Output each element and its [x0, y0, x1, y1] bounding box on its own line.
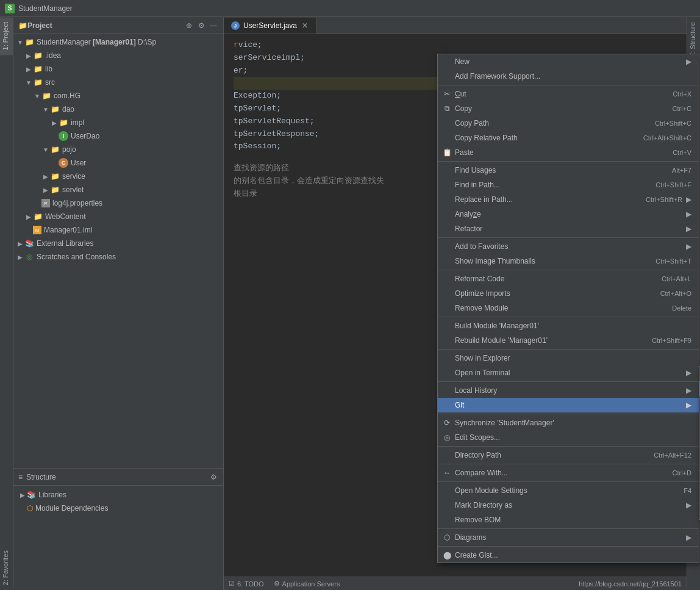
- tree-item-dao[interactable]: ▼ 📁 dao: [13, 103, 223, 116]
- menu-item-reformat[interactable]: Reformat Code Ctrl+Alt+L: [438, 272, 699, 286]
- menu-item-build-module[interactable]: Build Module 'Manager01': [438, 318, 699, 333]
- scratches-label: Scratches and Consoles: [37, 253, 116, 261]
- app-title: StudentManager: [18, 4, 73, 13]
- find-usages-shortcut: Alt+F7: [672, 167, 691, 174]
- lib-label: lib: [45, 65, 52, 73]
- menu-item-show-thumbnails[interactable]: Show Image Thumbnails Ctrl+Shift+T: [438, 254, 699, 268]
- module-settings-label: Open Module Settings: [455, 486, 527, 495]
- diagrams-icon: ⬡: [441, 533, 452, 542]
- menu-item-dir-path[interactable]: Directory Path Ctrl+Alt+F12: [438, 448, 699, 462]
- tree-item-log4j[interactable]: P log4j.properties: [13, 196, 223, 210]
- analyze-arrow: ▶: [686, 210, 691, 218]
- menu-item-cut[interactable]: ✂ Cut Ctrl+X: [438, 87, 699, 101]
- tree-item-scratches[interactable]: ▶ ◎ Scratches and Consoles: [13, 250, 223, 264]
- menu-item-paste[interactable]: 📋 Paste Ctrl+V: [438, 145, 699, 160]
- add-framework-label: Add Framework Support...: [455, 72, 540, 81]
- tree-item-idea[interactable]: ▶ 📁 .idea: [13, 49, 223, 62]
- separator-10: [438, 464, 699, 464]
- tree-item-comhg[interactable]: ▼ 📁 com.HG: [13, 89, 223, 103]
- menu-item-show-explorer[interactable]: Show in Explorer: [438, 351, 699, 365]
- tree-item-src[interactable]: ▼ 📁 src: [13, 76, 223, 89]
- tree-item-manager01[interactable]: M Manager01.iml: [13, 223, 223, 237]
- menu-item-module-settings[interactable]: Open Module Settings F4: [438, 483, 699, 498]
- cut-shortcut: Ctrl+X: [673, 90, 691, 98]
- menu-item-add-framework[interactable]: Add Framework Support...: [438, 69, 699, 84]
- settings-icon[interactable]: ⚙: [196, 21, 206, 31]
- structure-panel: ≡ Structure ⚙ ▶ 📚 Libraries ⬡ Module Dep…: [13, 468, 223, 590]
- menu-item-add-favorites[interactable]: Add to Favorites ▶: [438, 239, 699, 254]
- menu-item-replace-in-path[interactable]: Replace in Path... Ctrl+Shift+R ▶: [438, 192, 699, 207]
- structure-libraries[interactable]: ▶ 📚 Libraries: [18, 488, 218, 502]
- extlibs-label: External Libraries: [37, 239, 93, 248]
- user-label: User: [71, 159, 86, 167]
- diagrams-arrow: ▶: [686, 533, 691, 542]
- menu-item-refactor[interactable]: Refactor ▶: [438, 221, 699, 236]
- tree-item-servlet[interactable]: ▶ 📁 servlet: [13, 183, 223, 196]
- userdao-label: UserDao: [71, 132, 99, 140]
- analyze-label: Analyze: [455, 210, 481, 218]
- paste-shortcut: Ctrl+V: [673, 149, 691, 156]
- separator-3: [438, 237, 699, 238]
- context-menu: New ▶ Add Framework Support... ✂ Cut Ctr…: [437, 54, 699, 563]
- menu-item-remove-bom[interactable]: Remove BOM: [438, 513, 699, 527]
- manager01-label: Manager01.iml: [44, 226, 92, 234]
- compare-shortcut: Ctrl+D: [673, 469, 691, 477]
- separator-2: [438, 161, 699, 162]
- menu-item-local-history[interactable]: Local History ▶: [438, 383, 699, 398]
- favorites-tab[interactable]: 2: Favorites: [0, 545, 13, 590]
- menu-item-copy-rel-path[interactable]: Copy Relative Path Ctrl+Alt+Shift+C: [438, 131, 699, 145]
- menu-item-diagrams[interactable]: ⬡ Diagrams ▶: [438, 530, 699, 545]
- tree-item-service[interactable]: ▶ 📁 service: [13, 170, 223, 183]
- menu-item-optimize[interactable]: Optimize Imports Ctrl+Alt+O: [438, 286, 699, 301]
- create-gist-label: Create Gist...: [455, 551, 498, 559]
- project-header: 📁 Project ⊕ ⚙ —: [13, 17, 223, 34]
- separator-13: [438, 546, 699, 547]
- menu-item-mark-dir[interactable]: Mark Directory as ▶: [438, 498, 699, 513]
- tree-item-user[interactable]: C User: [13, 156, 223, 170]
- tree-item-root[interactable]: ▼ 📁 StudentManager [Manager01] D:\Sp: [13, 35, 223, 49]
- context-menu-overlay: New ▶ Add Framework Support... ✂ Cut Ctr…: [224, 17, 687, 590]
- gist-icon: ⬤: [441, 551, 452, 559]
- menu-item-analyze[interactable]: Analyze ▶: [438, 207, 699, 221]
- copy-label: Copy: [455, 104, 472, 113]
- dir-path-label: Directory Path: [455, 451, 501, 459]
- project-tab[interactable]: 1: Project: [0, 17, 13, 55]
- menu-item-remove-module[interactable]: Remove Module Delete: [438, 301, 699, 315]
- show-thumbnails-label: Show Image Thumbnails: [455, 257, 535, 265]
- tree-item-webcontent[interactable]: ▶ 📁 WebContent: [13, 210, 223, 223]
- mark-dir-label: Mark Directory as: [455, 501, 512, 509]
- menu-item-create-gist[interactable]: ⬤ Create Gist...: [438, 548, 699, 563]
- copy-icon: ⧉: [441, 104, 452, 113]
- structure-title: Structure: [26, 473, 56, 481]
- separator-8: [438, 414, 699, 414]
- menu-item-find-in-path[interactable]: Find in Path... Ctrl+Shift+F: [438, 178, 699, 192]
- structure-module-deps[interactable]: ⬡ Module Dependencies: [18, 502, 218, 515]
- menu-item-find-usages[interactable]: Find Usages Alt+F7: [438, 163, 699, 178]
- tree-item-pojo[interactable]: ▼ 📁 pojo: [13, 143, 223, 156]
- src-label: src: [45, 78, 55, 87]
- menu-item-copy[interactable]: ⧉ Copy Ctrl+C: [438, 101, 699, 116]
- menu-item-copy-path[interactable]: Copy Path Ctrl+Shift+C: [438, 116, 699, 131]
- menu-item-new[interactable]: New ▶: [438, 54, 699, 69]
- tree-item-lib[interactable]: ▶ 📁 lib: [13, 62, 223, 76]
- menu-item-compare[interactable]: ↔ Compare With... Ctrl+D: [438, 466, 699, 480]
- globe-icon[interactable]: ⊕: [184, 21, 194, 31]
- menu-item-git[interactable]: Git ▶: [438, 398, 699, 412]
- menu-item-synchronize[interactable]: ⟳ Synchronize 'StudentManager': [438, 416, 699, 430]
- add-favorites-label: Add to Favorites: [455, 242, 508, 251]
- menu-item-open-terminal[interactable]: Open in Terminal ▶: [438, 365, 699, 380]
- menu-item-rebuild-module[interactable]: Rebuild Module 'Manager01' Ctrl+Shift+F9: [438, 333, 699, 348]
- tree-item-userdao[interactable]: I UserDao: [13, 129, 223, 143]
- tree-item-extlibs[interactable]: ▶ 📚 External Libraries: [13, 237, 223, 250]
- separator-7: [438, 381, 699, 382]
- structure-content: ▶ 📚 Libraries ⬡ Module Dependencies: [13, 486, 223, 517]
- menu-item-edit-scopes[interactable]: ◎ Edit Scopes...: [438, 430, 699, 445]
- log4j-label: log4j.properties: [52, 199, 102, 207]
- cut-icon: ✂: [441, 90, 452, 98]
- compare-icon: ↔: [441, 469, 452, 477]
- tree-item-impl[interactable]: ▶ 📁 impl: [13, 116, 223, 129]
- structure-settings-icon[interactable]: ⚙: [209, 472, 218, 482]
- paste-label: Paste: [455, 148, 474, 157]
- minimize-icon[interactable]: —: [209, 21, 218, 31]
- optimize-shortcut: Ctrl+Alt+O: [660, 290, 691, 297]
